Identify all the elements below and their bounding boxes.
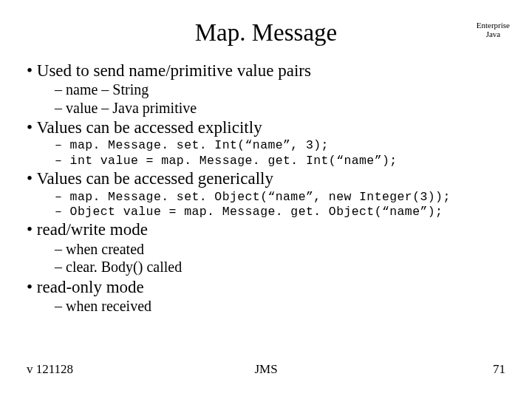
slide: Map. Message Enterprise Java • Used to s… [0, 0, 532, 399]
bullet-1a: – name – String [55, 81, 510, 99]
slide-body: • Used to send name/primitive value pair… [27, 61, 510, 316]
bullet-4: • read/write mode [27, 219, 510, 239]
bullet-5a: – when received [55, 298, 510, 316]
slide-title: Map. Message [0, 19, 532, 47]
footer-left: v 121128 [27, 362, 73, 377]
bullet-4b: – clear. Body() called [55, 259, 510, 276]
bullet-4a: – when created [55, 241, 510, 259]
bullet-1: • Used to send name/primitive value pair… [27, 61, 510, 81]
bullet-2a: – map. Message. set. Int(“name”, 3); [55, 138, 510, 152]
bullet-3a: – map. Message. set. Object(“name”, new … [55, 190, 510, 204]
bullet-2b: – int value = map. Message. get. Int(“na… [55, 154, 510, 168]
bullet-3: • Values can be accessed generically [27, 168, 510, 188]
corner-label: Enterprise Java [477, 21, 510, 38]
corner-line1: Enterprise [477, 21, 510, 30]
footer: v 121128 71 [27, 362, 505, 377]
bullet-5: • read-only mode [27, 277, 510, 297]
corner-line2: Java [477, 30, 510, 38]
footer-right: 71 [493, 362, 505, 377]
bullet-3b: – Object value = map. Message. get. Obje… [55, 205, 510, 219]
bullet-1b: – value – Java primitive [55, 100, 510, 117]
bullet-2: • Values can be accessed explicitly [27, 117, 510, 137]
